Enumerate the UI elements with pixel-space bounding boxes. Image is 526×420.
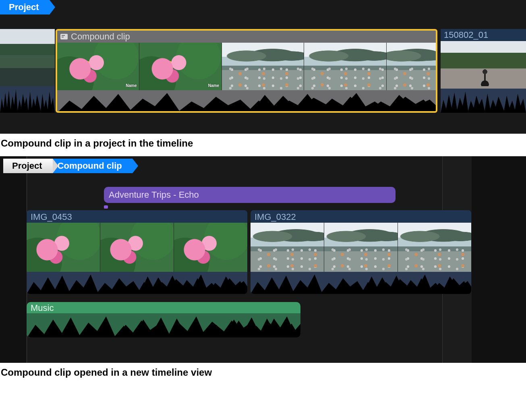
compound-clip-label: Compound clip bbox=[71, 31, 130, 43]
thumbnail-frame bbox=[304, 43, 386, 90]
thumbnail-frame bbox=[251, 223, 324, 272]
breadcrumb-label: Project bbox=[9, 2, 39, 12]
thumbnail-frame bbox=[398, 223, 471, 272]
breadcrumb-project[interactable]: Project bbox=[0, 0, 50, 14]
timeline-project-view: Project Compound clip bbox=[0, 0, 526, 134]
timeline-gutter-right bbox=[471, 156, 526, 363]
caption-2: Compound clip opened in a new timeline v… bbox=[0, 363, 526, 385]
thumbnail-frame bbox=[57, 43, 139, 90]
title-clip-label: Adventure Trips - Echo bbox=[109, 190, 199, 200]
clip-right-partial[interactable]: 150802_01 bbox=[441, 29, 526, 113]
audio-waveform bbox=[0, 86, 55, 113]
compound-clip[interactable]: Compound clip bbox=[56, 29, 437, 113]
thumbnail-frame bbox=[0, 29, 55, 86]
breadcrumb-label: Compound clip bbox=[58, 161, 122, 171]
title-clip[interactable]: Adventure Trips - Echo bbox=[104, 187, 396, 203]
clip-img-0453[interactable]: IMG_0453 bbox=[27, 210, 247, 294]
breadcrumb-project[interactable]: Project bbox=[3, 159, 53, 173]
audio-waveform bbox=[27, 313, 300, 337]
timeline-compound-open-view: Project Compound clip Adventure Trips - … bbox=[0, 156, 526, 363]
thumbnail-frame bbox=[27, 223, 100, 272]
music-clip-label: Music bbox=[31, 303, 54, 313]
thumbnail-frame bbox=[174, 223, 247, 272]
compound-clip-icon bbox=[60, 34, 68, 39]
thumbnail-frame bbox=[100, 223, 174, 272]
thumbnail-frame bbox=[324, 223, 398, 272]
timeline-gutter-left bbox=[0, 156, 27, 363]
thumbnail-frame bbox=[222, 43, 304, 90]
breadcrumb: Project bbox=[0, 0, 50, 14]
caption-1: Compound clip in a project in the timeli… bbox=[0, 134, 526, 156]
clip-label: IMG_0453 bbox=[31, 212, 72, 222]
thumbnail-frame bbox=[139, 43, 222, 90]
breadcrumb-label: Project bbox=[12, 161, 42, 171]
primary-storyline[interactable]: IMG_0453 IMG_0322 bbox=[27, 210, 471, 294]
clip-label: 150802_01 bbox=[444, 30, 488, 40]
thumbnail-frame bbox=[441, 41, 526, 89]
audio-waveform bbox=[57, 90, 436, 113]
audio-waveform bbox=[27, 272, 247, 294]
clip-img-0322[interactable]: IMG_0322 bbox=[251, 210, 471, 294]
thumbnail-frame bbox=[387, 43, 436, 90]
clip-left-partial[interactable] bbox=[0, 29, 55, 113]
audio-waveform bbox=[441, 89, 526, 113]
breadcrumb: Project Compound clip bbox=[3, 159, 133, 173]
music-clip[interactable]: Music bbox=[27, 302, 300, 337]
clip-label: IMG_0322 bbox=[255, 212, 296, 222]
audio-waveform bbox=[251, 272, 471, 294]
breadcrumb-compound-clip[interactable]: Compound clip bbox=[53, 159, 133, 173]
timeline-track[interactable]: Compound clip 150802_01 bbox=[0, 29, 526, 113]
